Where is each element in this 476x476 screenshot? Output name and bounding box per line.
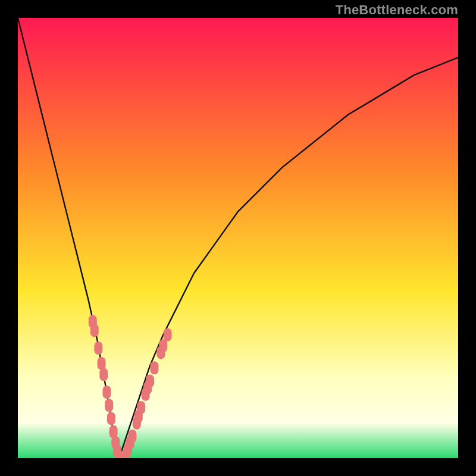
data-marker	[159, 339, 167, 352]
watermark-text: TheBottleneck.com	[336, 2, 458, 18]
data-marker	[90, 324, 99, 337]
chart-frame: TheBottleneck.com	[0, 0, 476, 476]
data-marker	[94, 342, 102, 355]
data-marker	[150, 361, 158, 374]
data-marker	[146, 375, 154, 388]
data-marker	[107, 412, 115, 425]
data-marker	[128, 430, 136, 443]
bottleneck-chart	[18, 18, 458, 458]
plot-area	[18, 18, 458, 458]
gradient-background	[18, 18, 458, 458]
data-marker	[164, 328, 172, 342]
data-marker	[103, 386, 111, 399]
data-marker	[99, 368, 108, 381]
data-marker	[105, 399, 113, 412]
data-marker	[137, 401, 145, 414]
